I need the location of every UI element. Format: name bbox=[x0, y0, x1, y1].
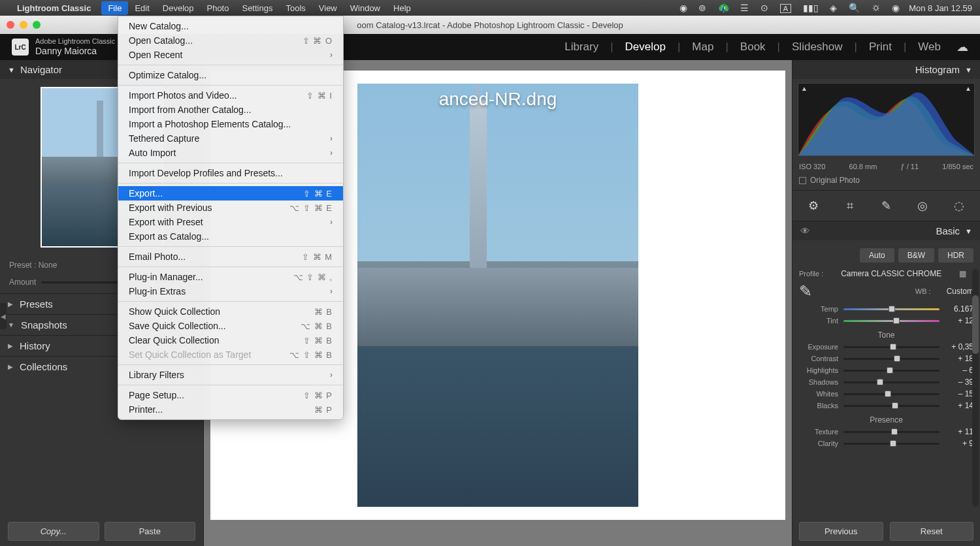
menu-item[interactable]: Import Photos and Video...⇧ ⌘ I bbox=[118, 88, 343, 103]
menu-item[interactable]: Library Filters› bbox=[118, 368, 343, 382]
heal-icon[interactable]: ✎ bbox=[876, 196, 896, 216]
slider-track[interactable] bbox=[843, 358, 939, 360]
preset-label: Preset : bbox=[9, 261, 36, 270]
user-name: Danny Maiorca bbox=[35, 46, 115, 57]
module-map[interactable]: Map bbox=[692, 40, 713, 54]
menu-item[interactable]: Open Catalog...⇧ ⌘ O bbox=[118, 33, 343, 48]
slider-track[interactable] bbox=[843, 308, 939, 310]
menu-item[interactable]: Plug-in Extras› bbox=[118, 284, 343, 298]
auto-button[interactable]: Auto bbox=[860, 248, 894, 263]
clip-white-icon[interactable]: ▲ bbox=[965, 85, 972, 92]
slider-clarity: Clarity+ 9 bbox=[799, 439, 973, 448]
edit-sliders-icon[interactable]: ⚙ bbox=[804, 196, 823, 216]
menu-window[interactable]: Window bbox=[344, 1, 387, 15]
menu-develop[interactable]: Develop bbox=[156, 1, 201, 15]
menu-tools[interactable]: Tools bbox=[279, 1, 312, 15]
menu-item[interactable]: Import a Photoshop Elements Catalog... bbox=[118, 117, 343, 131]
module-slideshow[interactable]: Slideshow bbox=[792, 40, 843, 54]
mask-icon[interactable]: ◌ bbox=[949, 196, 969, 216]
nbc-icon[interactable]: 🦚 bbox=[718, 3, 729, 13]
menu-view[interactable]: View bbox=[312, 1, 344, 15]
module-book[interactable]: Book bbox=[740, 40, 766, 54]
minimize-window-icon[interactable] bbox=[20, 21, 27, 29]
menu-item[interactable]: Open Recent› bbox=[118, 48, 343, 62]
control-center-icon[interactable]: ⛭ bbox=[872, 3, 881, 13]
menu-item[interactable]: Import from Another Catalog... bbox=[118, 103, 343, 117]
bw-button[interactable]: B&W bbox=[898, 248, 934, 263]
menu-item[interactable]: Show Quick Collection⌘ B bbox=[118, 304, 343, 319]
menu-settings[interactable]: Settings bbox=[235, 1, 279, 15]
redeye-icon[interactable]: ◎ bbox=[913, 196, 932, 216]
eye-icon[interactable]: 👁 bbox=[800, 225, 810, 236]
reset-button[interactable]: Reset bbox=[890, 522, 974, 541]
left-panel-toggle[interactable]: ◀ bbox=[0, 303, 7, 329]
basic-header[interactable]: 👁 Basic ▼ bbox=[792, 221, 980, 240]
profile-browser-icon[interactable]: ▦ bbox=[959, 269, 973, 278]
datetime[interactable]: Mon 8 Jan 12.59 bbox=[909, 3, 972, 13]
hdr-button[interactable]: HDR bbox=[938, 248, 973, 263]
preset-value[interactable]: None bbox=[39, 261, 57, 270]
close-window-icon[interactable] bbox=[7, 21, 14, 29]
module-web[interactable]: Web bbox=[918, 40, 941, 54]
stack-icon[interactable]: ☰ bbox=[740, 3, 749, 13]
module-develop[interactable]: Develop bbox=[625, 40, 666, 54]
copy-button[interactable]: Copy... bbox=[8, 522, 99, 541]
menu-item[interactable]: Page Setup...⇧ ⌘ P bbox=[118, 388, 343, 402]
menu-edit[interactable]: Edit bbox=[128, 1, 155, 15]
wb-value[interactable]: Custom bbox=[947, 287, 973, 296]
menu-item[interactable]: Optimize Catalog... bbox=[118, 68, 343, 82]
module-library[interactable]: Library bbox=[564, 40, 598, 54]
slider-blacks: Blacks+ 14 bbox=[799, 401, 973, 410]
menu-item[interactable]: Export with Preset› bbox=[118, 215, 343, 229]
menu-file[interactable]: File bbox=[101, 1, 128, 15]
histogram[interactable]: ▲ ▲ bbox=[798, 83, 975, 156]
menu-photo[interactable]: Photo bbox=[200, 1, 235, 15]
slider-track[interactable] bbox=[843, 393, 939, 395]
menu-item[interactable]: Tethered Capture› bbox=[118, 131, 343, 146]
right-scrollbar[interactable] bbox=[972, 269, 979, 507]
menu-item[interactable]: Printer...⌘ P bbox=[118, 402, 343, 417]
histogram-title: Histogram bbox=[915, 64, 960, 75]
spotlight-icon[interactable]: 🔍 bbox=[849, 3, 860, 13]
shutter-value: 1/850 sec bbox=[942, 163, 973, 170]
photo-preview[interactable]: anced-NR.dng bbox=[357, 84, 638, 507]
play-icon[interactable]: ⊙ bbox=[760, 3, 768, 13]
menu-item[interactable]: Import Develop Profiles and Presets... bbox=[118, 166, 343, 180]
siri-icon[interactable]: ◉ bbox=[892, 3, 900, 13]
menu-item[interactable]: Export with Previous⌥ ⇧ ⌘ E bbox=[118, 201, 343, 215]
menu-item[interactable]: Plug-in Manager...⌥ ⇧ ⌘ , bbox=[118, 270, 343, 284]
menu-item[interactable]: Export...⇧ ⌘ E bbox=[118, 186, 343, 201]
original-photo-checkbox[interactable] bbox=[799, 177, 806, 184]
slider-track[interactable] bbox=[843, 405, 939, 407]
menu-item[interactable]: Email Photo...⇧ ⌘ M bbox=[118, 249, 343, 264]
wifi-icon[interactable]: ◈ bbox=[830, 3, 837, 13]
menu-item[interactable]: Save Quick Collection...⌥ ⌘ B bbox=[118, 319, 343, 333]
keyboard-icon[interactable]: A bbox=[780, 4, 791, 13]
paste-button[interactable]: Paste bbox=[105, 522, 196, 541]
profile-value[interactable]: Camera CLASSIC CHROME bbox=[841, 269, 941, 278]
slider-track[interactable] bbox=[843, 346, 939, 348]
menu-item[interactable]: Auto Import› bbox=[118, 146, 343, 160]
module-print[interactable]: Print bbox=[869, 40, 892, 54]
slider-track[interactable] bbox=[843, 381, 939, 383]
record-icon[interactable]: ◉ bbox=[679, 3, 687, 13]
menu-help[interactable]: Help bbox=[387, 1, 417, 15]
clip-black-icon[interactable]: ▲ bbox=[801, 85, 808, 92]
slider-track[interactable] bbox=[843, 443, 939, 445]
menu-item[interactable]: Clear Quick Collection⇧ ⌘ B bbox=[118, 333, 343, 347]
slider-track[interactable] bbox=[843, 370, 939, 372]
slider-track[interactable] bbox=[843, 320, 939, 322]
app-menu-title[interactable]: Lightroom Classic bbox=[17, 3, 91, 13]
crop-icon[interactable]: ⌗ bbox=[840, 196, 860, 216]
wb-label: WB : bbox=[915, 287, 931, 295]
previous-button[interactable]: Previous bbox=[799, 522, 883, 541]
menu-item[interactable]: New Catalog... bbox=[118, 19, 343, 33]
cloud-icon[interactable]: ☁ bbox=[956, 40, 968, 54]
maximize-window-icon[interactable] bbox=[33, 21, 41, 29]
slider-track[interactable] bbox=[843, 431, 939, 433]
battery-icon[interactable]: ▮▮▯ bbox=[803, 3, 819, 13]
eyedropper-icon[interactable]: ✎ bbox=[799, 282, 812, 300]
histogram-header[interactable]: Histogram ▼ bbox=[792, 60, 980, 79]
menu-item[interactable]: Export as Catalog... bbox=[118, 229, 343, 244]
cc-icon[interactable]: ⊚ bbox=[698, 3, 706, 13]
